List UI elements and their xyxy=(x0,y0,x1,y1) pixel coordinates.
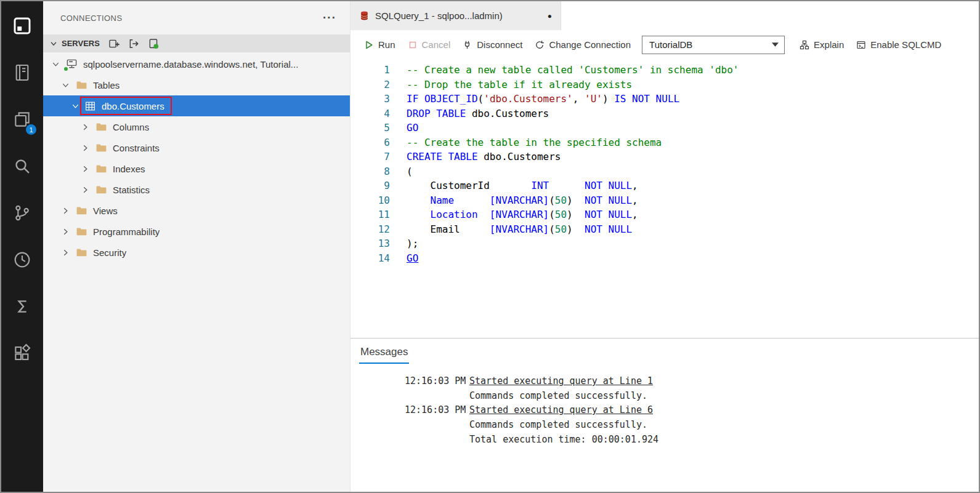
tree-item-label: Tables xyxy=(93,80,119,90)
folder-icon xyxy=(95,142,107,154)
chevron-collapsed-icon[interactable] xyxy=(59,206,71,215)
line-number: 6 xyxy=(350,135,390,150)
line-number: 7 xyxy=(350,150,390,164)
servers-section-header[interactable]: SERVERS xyxy=(43,34,350,52)
message-link[interactable]: Started executing query at Line 1 xyxy=(469,374,653,389)
tree-item-indexes[interactable]: Indexes xyxy=(43,158,350,179)
extensions-icon[interactable] xyxy=(1,330,43,377)
chevron-expanded-icon[interactable] xyxy=(59,81,71,90)
message-timestamp xyxy=(405,389,469,404)
run-button-label: Run xyxy=(378,39,395,50)
notebook-icon[interactable] xyxy=(1,49,43,96)
message-link[interactable]: Started executing query at Line 6 xyxy=(469,403,653,418)
line-number: 13 xyxy=(350,236,390,251)
chevron-collapsed-icon[interactable] xyxy=(79,122,91,132)
connections-icon[interactable] xyxy=(1,2,43,49)
task-history-icon[interactable] xyxy=(1,236,43,283)
line-number: 14 xyxy=(350,251,390,266)
folder-icon xyxy=(75,79,87,91)
code-text: ); xyxy=(407,236,418,251)
connect-icon[interactable] xyxy=(128,38,139,49)
disconnect-button-label: Disconnect xyxy=(477,39,522,50)
run-button[interactable]: Run xyxy=(358,36,402,54)
explorer-icon[interactable]: 1 xyxy=(1,96,43,143)
sigma-icon[interactable] xyxy=(1,283,43,330)
code-line: 13); xyxy=(350,236,979,251)
dirty-indicator[interactable]: ● xyxy=(548,12,552,20)
line-number: 5 xyxy=(350,121,390,135)
folder-icon xyxy=(95,121,107,133)
messages-rows: 12:16:03 PMStarted executing query at Li… xyxy=(359,374,979,447)
tree-item-tables[interactable]: Tables xyxy=(43,74,350,95)
line-number: 3 xyxy=(350,92,390,106)
tree-item-label: dbo.Customers xyxy=(102,101,164,111)
database-selector[interactable]: TutorialDB xyxy=(642,36,785,54)
sidebar-header: CONNECTIONS ··· xyxy=(43,1,350,34)
tree-item-programmability[interactable]: Programmability xyxy=(43,221,350,242)
more-actions-icon[interactable]: ··· xyxy=(323,15,336,21)
change-connection-button-label: Change Connection xyxy=(549,39,631,50)
folder-icon xyxy=(75,246,87,259)
cancel-button[interactable]: Cancel xyxy=(402,36,457,54)
code-text: Location [NVARCHAR](50) NOT NULL, xyxy=(407,207,638,222)
chevron-collapsed-icon[interactable] xyxy=(79,164,91,174)
chevron-collapsed-icon[interactable] xyxy=(59,248,71,257)
tab-messages[interactable]: Messages xyxy=(359,346,409,364)
enable-sqlcmd-button[interactable]: Enable SQLCMD xyxy=(850,36,947,54)
code-line: 11 Location [NVARCHAR](50) NOT NULL, xyxy=(350,207,979,222)
code-text: -- Create the table in the specified sch… xyxy=(407,135,662,150)
section-chevron-icon[interactable] xyxy=(49,39,58,48)
change-connection-button[interactable]: Change Connection xyxy=(528,36,637,54)
tree-item-sqlpoolservername-database-windows-net-tutorial-[interactable]: sqlpoolservername.database.windows.net, … xyxy=(43,54,350,74)
tree-item-security[interactable]: Security xyxy=(43,242,350,263)
code-line: 12 Email [NVARCHAR](50) NOT NULL xyxy=(350,222,979,237)
cancel-icon xyxy=(408,40,418,50)
messages-panel: Messages 12:16:03 PMStarted executing qu… xyxy=(350,338,979,492)
code-line: 4DROP TABLE dbo.Customers xyxy=(350,106,979,121)
code-line: 6-- Create the table in the specified sc… xyxy=(350,135,979,150)
line-number: 12 xyxy=(350,222,390,237)
chevron-expanded-icon[interactable] xyxy=(49,60,62,69)
search-icon[interactable] xyxy=(1,143,43,190)
connections-sidebar: CONNECTIONS ··· SERVERS sqlpoolservernam… xyxy=(43,1,350,492)
message-row: 12:16:03 PMStarted executing query at Li… xyxy=(359,374,979,389)
run-icon xyxy=(364,40,374,50)
code-text: CustomerId INT NOT NULL, xyxy=(407,178,638,193)
table-icon xyxy=(84,100,96,112)
tree-item-views[interactable]: Views xyxy=(43,200,350,221)
dropdown-caret-icon xyxy=(772,42,779,47)
message-row: Commands completed successfully. xyxy=(359,389,979,404)
message-row: Commands completed successfully. xyxy=(359,418,979,433)
message-text: Total execution time: 00:00:01.924 xyxy=(469,433,658,447)
code-line: 5GO xyxy=(350,121,979,135)
tree-item-dbo-customers[interactable]: dbo.Customers xyxy=(43,95,350,116)
message-text: Commands completed successfully. xyxy=(469,418,647,433)
tree-item-statistics[interactable]: Statistics xyxy=(43,179,350,200)
chevron-expanded-icon[interactable] xyxy=(69,102,81,111)
code-line: 3IF OBJECT_ID('dbo.Customers', 'U') IS N… xyxy=(350,92,979,106)
server-icon xyxy=(65,58,78,70)
chevron-collapsed-icon[interactable] xyxy=(79,185,91,194)
app-window: 1 CONNECTIONS ··· SERVERS xyxy=(0,0,980,493)
tree-item-label: Security xyxy=(93,247,126,258)
code-lines: 1-- Create a new table called 'Customers… xyxy=(350,63,979,265)
tree-item-columns[interactable]: Columns xyxy=(43,116,350,137)
active-connections-icon[interactable] xyxy=(148,38,159,49)
explorer-badge: 1 xyxy=(26,124,36,135)
sql-code-editor[interactable]: 1-- Create a new table called 'Customers… xyxy=(350,59,979,338)
new-connection-icon[interactable] xyxy=(108,38,119,49)
disconnect-icon xyxy=(463,40,472,50)
disconnect-button[interactable]: Disconnect xyxy=(456,36,528,54)
code-line: 10 Name [NVARCHAR](50) NOT NULL, xyxy=(350,193,979,208)
tree-item-label: Columns xyxy=(113,122,149,132)
tree-item-constraints[interactable]: Constraints xyxy=(43,137,350,158)
chevron-collapsed-icon[interactable] xyxy=(59,227,71,236)
tab-title: SQLQuery_1 - sqlpoo...ladmin) xyxy=(375,10,503,21)
line-number: 8 xyxy=(350,164,390,179)
chevron-collapsed-icon[interactable] xyxy=(79,143,91,153)
explain-button[interactable]: Explain xyxy=(793,36,850,54)
code-line: 14GO xyxy=(350,251,979,266)
tab-sqlquery-1[interactable]: SQLQuery_1 - sqlpoo...ladmin) ● xyxy=(350,1,561,30)
source-control-icon[interactable] xyxy=(1,190,43,236)
tree-item-label: Programmability xyxy=(93,226,160,237)
